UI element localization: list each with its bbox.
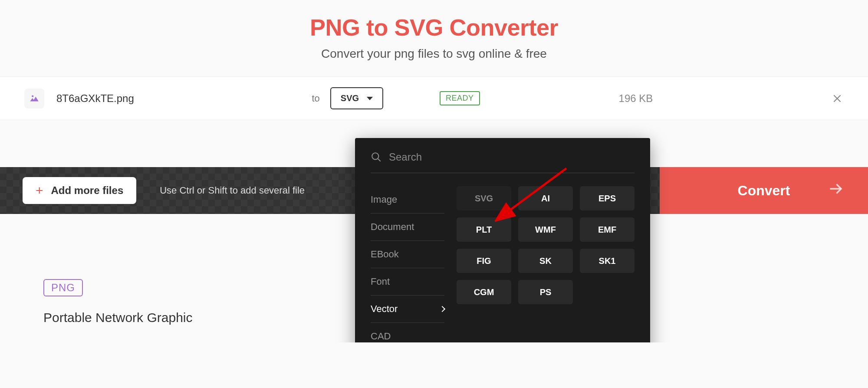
dropdown-search-input[interactable] xyxy=(389,151,519,163)
format-option-eps[interactable]: EPS xyxy=(580,186,635,210)
dropdown-category-label: Document xyxy=(371,221,414,233)
image-file-icon xyxy=(24,89,44,109)
svg-line-5 xyxy=(378,159,381,161)
multi-select-hint: Use Ctrl or Shift to add several file xyxy=(160,185,305,196)
dropdown-search xyxy=(371,151,635,173)
dropdown-formats-grid: SVGAIEPSPLTWMFEMFFIGSKSK1CGMPS xyxy=(457,186,635,342)
dropdown-category-vector[interactable]: Vector xyxy=(371,296,444,323)
add-more-files-button[interactable]: + Add more files xyxy=(23,177,136,204)
convert-label: Convert xyxy=(738,183,790,199)
format-dropdown: ImageDocumentEBookFontVectorCAD SVGAIEPS… xyxy=(355,138,650,342)
remove-file-button[interactable] xyxy=(831,92,844,105)
file-name: 8T6aGXkTE.png xyxy=(56,92,134,105)
page-subtitle: Convert your png files to svg online & f… xyxy=(0,47,868,61)
file-row: 8T6aGXkTE.png to SVG READY 196 KB xyxy=(0,76,868,120)
dropdown-category-cad[interactable]: CAD xyxy=(371,323,444,342)
page-header: PNG to SVG Converter Convert your png fi… xyxy=(0,0,868,76)
format-select[interactable]: SVG xyxy=(330,87,383,109)
chevron-down-icon xyxy=(367,97,373,100)
format-option-ps[interactable]: PS xyxy=(518,280,573,304)
format-option-cgm[interactable]: CGM xyxy=(457,280,511,304)
format-select-value: SVG xyxy=(341,93,359,103)
convert-button[interactable]: Convert xyxy=(660,167,868,214)
page-title: PNG to SVG Converter xyxy=(0,14,868,41)
format-option-sk1[interactable]: SK1 xyxy=(580,249,635,273)
dropdown-category-label: Image xyxy=(371,194,397,205)
dropdown-categories: ImageDocumentEBookFontVectorCAD xyxy=(371,186,444,342)
format-option-svg[interactable]: SVG xyxy=(457,186,511,210)
format-option-wmf[interactable]: WMF xyxy=(518,217,573,242)
dropdown-category-document[interactable]: Document xyxy=(371,214,444,241)
dropdown-category-label: EBook xyxy=(371,249,399,260)
svg-point-4 xyxy=(372,153,378,159)
status-badge: READY xyxy=(440,91,480,105)
svg-point-0 xyxy=(32,95,33,97)
format-option-sk[interactable]: SK xyxy=(518,249,573,273)
format-option-emf[interactable]: EMF xyxy=(580,217,635,242)
close-icon xyxy=(832,93,843,104)
format-option-fig[interactable]: FIG xyxy=(457,249,511,273)
to-label: to xyxy=(312,93,319,104)
dropdown-category-font[interactable]: Font xyxy=(371,268,444,296)
file-size: 196 KB xyxy=(619,92,653,105)
chevron-right-icon xyxy=(439,306,445,312)
dropdown-category-label: CAD xyxy=(371,331,391,342)
dropdown-category-image[interactable]: Image xyxy=(371,186,444,214)
dropdown-category-label: Vector xyxy=(371,303,398,315)
dropdown-category-ebook[interactable]: EBook xyxy=(371,241,444,268)
dropdown-category-label: Font xyxy=(371,276,390,287)
format-option-plt[interactable]: PLT xyxy=(457,217,511,242)
format-option-ai[interactable]: AI xyxy=(518,186,573,210)
source-format-badge: PNG xyxy=(43,279,83,296)
arrow-right-icon xyxy=(828,181,844,200)
add-more-label: Add more files xyxy=(51,184,124,197)
plus-icon: + xyxy=(36,184,43,197)
search-icon xyxy=(371,151,382,163)
format-select-wrap: SVG xyxy=(330,87,383,109)
